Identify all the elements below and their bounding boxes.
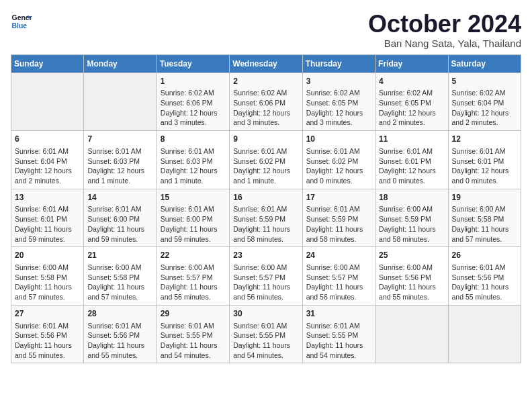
day-number: 6 xyxy=(15,134,80,145)
day-number: 13 xyxy=(15,192,80,203)
logo: General Blue xyxy=(11,11,32,32)
day-number: 1 xyxy=(161,76,226,87)
calendar-cell: 28Sunrise: 6:01 AMSunset: 5:56 PMDayligh… xyxy=(84,305,157,363)
day-number: 25 xyxy=(379,250,444,261)
calendar-cell: 2Sunrise: 6:02 AMSunset: 6:06 PMDaylight… xyxy=(230,73,302,131)
day-number: 11 xyxy=(379,134,444,145)
weekday-header: Tuesday xyxy=(157,54,229,73)
calendar-cell: 29Sunrise: 6:01 AMSunset: 5:55 PMDayligh… xyxy=(157,305,229,363)
calendar-cell: 21Sunrise: 6:00 AMSunset: 5:58 PMDayligh… xyxy=(84,247,157,306)
day-number: 14 xyxy=(87,192,152,203)
cell-sun-info: Sunrise: 6:00 AMSunset: 5:58 PMDaylight:… xyxy=(452,204,517,244)
cell-sun-info: Sunrise: 6:01 AMSunset: 6:01 PMDaylight:… xyxy=(452,146,517,186)
cell-sun-info: Sunrise: 6:00 AMSunset: 5:57 PMDaylight:… xyxy=(306,263,371,302)
cell-sun-info: Sunrise: 6:00 AMSunset: 5:56 PMDaylight:… xyxy=(379,263,444,302)
day-number: 10 xyxy=(306,134,371,145)
calendar-cell xyxy=(448,305,521,363)
day-number: 20 xyxy=(15,250,80,261)
calendar-cell: 31Sunrise: 6:01 AMSunset: 5:55 PMDayligh… xyxy=(302,305,375,363)
weekday-header: Sunday xyxy=(11,54,84,73)
calendar-cell: 12Sunrise: 6:01 AMSunset: 6:01 PMDayligh… xyxy=(448,131,521,189)
calendar-week-row: 27Sunrise: 6:01 AMSunset: 5:56 PMDayligh… xyxy=(11,305,521,363)
calendar-cell: 14Sunrise: 6:01 AMSunset: 6:00 PMDayligh… xyxy=(84,189,157,247)
calendar-week-row: 20Sunrise: 6:00 AMSunset: 5:58 PMDayligh… xyxy=(11,247,521,306)
calendar-cell: 16Sunrise: 6:01 AMSunset: 5:59 PMDayligh… xyxy=(230,189,302,247)
cell-sun-info: Sunrise: 6:00 AMSunset: 5:58 PMDaylight:… xyxy=(15,263,80,302)
calendar-table: SundayMondayTuesdayWednesdayThursdayFrid… xyxy=(11,54,521,364)
cell-sun-info: Sunrise: 6:01 AMSunset: 5:55 PMDaylight:… xyxy=(233,321,298,361)
calendar-cell: 11Sunrise: 6:01 AMSunset: 6:01 PMDayligh… xyxy=(375,131,448,189)
day-number: 23 xyxy=(233,250,298,261)
cell-sun-info: Sunrise: 6:01 AMSunset: 5:59 PMDaylight:… xyxy=(306,204,371,244)
calendar-cell: 18Sunrise: 6:00 AMSunset: 5:59 PMDayligh… xyxy=(375,189,448,247)
day-number: 8 xyxy=(161,134,226,145)
day-number: 18 xyxy=(379,192,444,203)
cell-sun-info: Sunrise: 6:02 AMSunset: 6:05 PMDaylight:… xyxy=(306,88,371,128)
weekday-header: Thursday xyxy=(302,54,375,73)
cell-sun-info: Sunrise: 6:00 AMSunset: 5:58 PMDaylight:… xyxy=(87,263,152,302)
day-number: 17 xyxy=(306,192,371,203)
cell-sun-info: Sunrise: 6:02 AMSunset: 6:06 PMDaylight:… xyxy=(233,88,298,128)
weekday-header: Friday xyxy=(375,54,448,73)
calendar-week-row: 13Sunrise: 6:01 AMSunset: 6:01 PMDayligh… xyxy=(11,189,521,247)
day-number: 21 xyxy=(87,250,152,261)
cell-sun-info: Sunrise: 6:01 AMSunset: 5:56 PMDaylight:… xyxy=(15,321,80,361)
cell-sun-info: Sunrise: 6:00 AMSunset: 5:57 PMDaylight:… xyxy=(161,263,226,302)
day-number: 19 xyxy=(452,192,517,203)
calendar-cell: 1Sunrise: 6:02 AMSunset: 6:06 PMDaylight… xyxy=(157,73,229,131)
day-number: 22 xyxy=(161,250,226,261)
calendar-cell xyxy=(84,73,157,131)
calendar-cell: 17Sunrise: 6:01 AMSunset: 5:59 PMDayligh… xyxy=(302,189,375,247)
day-number: 4 xyxy=(379,76,444,87)
calendar-cell: 26Sunrise: 6:01 AMSunset: 5:56 PMDayligh… xyxy=(448,247,521,306)
cell-sun-info: Sunrise: 6:02 AMSunset: 6:05 PMDaylight:… xyxy=(379,88,444,128)
day-number: 27 xyxy=(15,308,80,320)
cell-sun-info: Sunrise: 6:01 AMSunset: 5:59 PMDaylight:… xyxy=(233,204,298,244)
page-header: General Blue October 2024 Ban Nang Sata,… xyxy=(11,11,521,49)
cell-sun-info: Sunrise: 6:01 AMSunset: 6:03 PMDaylight:… xyxy=(87,146,152,186)
weekday-header-row: SundayMondayTuesdayWednesdayThursdayFrid… xyxy=(11,54,521,73)
calendar-cell: 27Sunrise: 6:01 AMSunset: 5:56 PMDayligh… xyxy=(11,305,84,363)
day-number: 30 xyxy=(233,308,298,320)
cell-sun-info: Sunrise: 6:00 AMSunset: 5:59 PMDaylight:… xyxy=(379,204,444,244)
svg-text:Blue: Blue xyxy=(12,22,28,30)
calendar-cell: 3Sunrise: 6:02 AMSunset: 6:05 PMDaylight… xyxy=(302,73,375,131)
cell-sun-info: Sunrise: 6:01 AMSunset: 6:03 PMDaylight:… xyxy=(161,146,226,186)
cell-sun-info: Sunrise: 6:01 AMSunset: 6:01 PMDaylight:… xyxy=(15,204,80,244)
day-number: 26 xyxy=(452,250,517,261)
cell-sun-info: Sunrise: 6:01 AMSunset: 5:56 PMDaylight:… xyxy=(87,321,152,361)
cell-sun-info: Sunrise: 6:01 AMSunset: 6:00 PMDaylight:… xyxy=(87,204,152,244)
day-number: 31 xyxy=(306,308,371,320)
day-number: 12 xyxy=(452,134,517,145)
calendar-cell: 15Sunrise: 6:01 AMSunset: 6:00 PMDayligh… xyxy=(157,189,229,247)
weekday-header: Wednesday xyxy=(230,54,302,73)
day-number: 16 xyxy=(233,192,298,203)
calendar-cell: 4Sunrise: 6:02 AMSunset: 6:05 PMDaylight… xyxy=(375,73,448,131)
calendar-cell: 13Sunrise: 6:01 AMSunset: 6:01 PMDayligh… xyxy=(11,189,84,247)
calendar-cell xyxy=(375,305,448,363)
calendar-cell: 19Sunrise: 6:00 AMSunset: 5:58 PMDayligh… xyxy=(448,189,521,247)
day-number: 29 xyxy=(161,308,226,320)
calendar-cell: 22Sunrise: 6:00 AMSunset: 5:57 PMDayligh… xyxy=(157,247,229,306)
day-number: 28 xyxy=(87,308,152,320)
day-number: 2 xyxy=(233,76,298,87)
cell-sun-info: Sunrise: 6:01 AMSunset: 5:56 PMDaylight:… xyxy=(452,263,517,302)
calendar-cell: 9Sunrise: 6:01 AMSunset: 6:02 PMDaylight… xyxy=(230,131,302,189)
calendar-cell: 20Sunrise: 6:00 AMSunset: 5:58 PMDayligh… xyxy=(11,247,84,306)
cell-sun-info: Sunrise: 6:01 AMSunset: 6:00 PMDaylight:… xyxy=(161,204,226,244)
day-number: 9 xyxy=(233,134,298,145)
day-number: 7 xyxy=(87,134,152,145)
day-number: 24 xyxy=(306,250,371,261)
weekday-header: Saturday xyxy=(448,54,521,73)
calendar-cell: 23Sunrise: 6:00 AMSunset: 5:57 PMDayligh… xyxy=(230,247,302,306)
cell-sun-info: Sunrise: 6:02 AMSunset: 6:04 PMDaylight:… xyxy=(452,88,517,128)
calendar-cell xyxy=(11,73,84,131)
month-title: October 2024 xyxy=(368,11,521,38)
calendar-cell: 7Sunrise: 6:01 AMSunset: 6:03 PMDaylight… xyxy=(84,131,157,189)
cell-sun-info: Sunrise: 6:02 AMSunset: 6:06 PMDaylight:… xyxy=(161,88,226,128)
cell-sun-info: Sunrise: 6:01 AMSunset: 5:55 PMDaylight:… xyxy=(161,321,226,361)
cell-sun-info: Sunrise: 6:01 AMSunset: 6:04 PMDaylight:… xyxy=(15,146,80,186)
calendar-cell: 25Sunrise: 6:00 AMSunset: 5:56 PMDayligh… xyxy=(375,247,448,306)
title-block: October 2024 Ban Nang Sata, Yala, Thaila… xyxy=(368,11,521,49)
cell-sun-info: Sunrise: 6:00 AMSunset: 5:57 PMDaylight:… xyxy=(233,263,298,302)
